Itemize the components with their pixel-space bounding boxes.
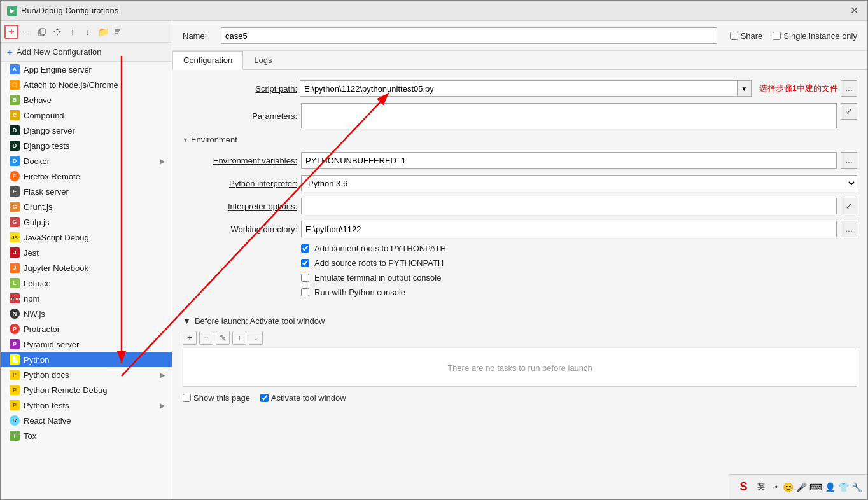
list-item-protractor[interactable]: P Protractor bbox=[1, 321, 172, 337]
list-item-django-tests[interactable]: D Django tests bbox=[1, 138, 172, 153]
script-browse-btn[interactable]: … bbox=[841, 80, 857, 97]
list-item-behave[interactable]: B Behave bbox=[1, 92, 172, 108]
list-item-compound[interactable]: C Compound bbox=[1, 108, 172, 123]
close-button[interactable]: ✕ bbox=[847, 4, 861, 18]
launch-up-btn[interactable]: ↑ bbox=[232, 331, 246, 345]
interpreter-options-input[interactable] bbox=[301, 198, 837, 214]
single-instance-checkbox[interactable] bbox=[773, 32, 781, 40]
tab-configuration[interactable]: Configuration bbox=[172, 51, 243, 70]
add-button[interactable]: + bbox=[4, 25, 18, 39]
list-item-grunt[interactable]: G Grunt.js bbox=[1, 199, 172, 214]
add-content-roots-checkbox[interactable] bbox=[301, 244, 309, 253]
python-icon: 🐍 bbox=[10, 354, 20, 365]
emulate-terminal-label[interactable]: Emulate terminal in output console bbox=[314, 273, 441, 282]
list-item-tox[interactable]: T Tox bbox=[1, 428, 172, 443]
left-panel: + − ↑ ↓ 📁 + Add New Configuration bbox=[1, 21, 172, 499]
taskbar-keyboard-icon[interactable]: ⌨ bbox=[809, 482, 822, 492]
add-content-roots-row: Add content roots to PYTHONPATH bbox=[301, 244, 857, 253]
list-item-python-remote-debug[interactable]: P Python Remote Debug bbox=[1, 382, 172, 398]
sort-button[interactable] bbox=[111, 25, 125, 39]
tab-logs[interactable]: Logs bbox=[243, 51, 283, 70]
emulate-terminal-checkbox[interactable] bbox=[301, 274, 309, 282]
list-item-lettuce[interactable]: L Lettuce bbox=[1, 275, 172, 291]
add-source-roots-label[interactable]: Add source roots to PYTHONPATH bbox=[314, 258, 444, 268]
script-input-wrap: ▼ bbox=[300, 80, 752, 97]
list-item-python[interactable]: 🐍 Python bbox=[1, 352, 172, 367]
working-dir-input[interactable] bbox=[301, 221, 837, 237]
python-interpreter-select[interactable]: Python 3.6 bbox=[301, 175, 857, 191]
working-dir-browse-btn[interactable]: … bbox=[841, 221, 857, 237]
interpreter-options-expand[interactable]: ⤢ bbox=[841, 198, 857, 214]
lettuce-icon: L bbox=[10, 278, 20, 288]
show-page-label[interactable]: Show this page bbox=[183, 393, 250, 403]
list-item-python-tests[interactable]: P Python tests ▶ bbox=[1, 398, 172, 413]
list-item-react-native[interactable]: R React Native bbox=[1, 413, 172, 428]
move-button[interactable] bbox=[50, 25, 64, 39]
list-item-django-server[interactable]: D Django server bbox=[1, 123, 172, 138]
taskbar-settings-icon[interactable]: 🔧 bbox=[851, 482, 862, 492]
taskbar-dot-icon[interactable]: ·• bbox=[770, 482, 780, 493]
interpreter-options-row: Interpreter options: ⤢ bbox=[183, 198, 857, 214]
launch-down-btn[interactable]: ↓ bbox=[249, 331, 263, 345]
run-python-console-label[interactable]: Run with Python console bbox=[314, 288, 405, 297]
single-instance-label[interactable]: Single instance only bbox=[773, 31, 857, 41]
run-python-console-checkbox[interactable] bbox=[301, 288, 309, 296]
taskbar-input-method-icon[interactable]: 英 bbox=[755, 480, 767, 494]
python-remote-debug-label: Python Remote Debug bbox=[24, 385, 108, 395]
python-interpreter-row: Python interpreter: Python 3.6 bbox=[183, 175, 857, 191]
script-path-input[interactable] bbox=[300, 80, 738, 97]
nwjs-icon: N bbox=[10, 309, 20, 319]
taskbar-emoji-icon[interactable]: 😊 bbox=[783, 482, 794, 492]
script-dropdown-btn[interactable]: ▼ bbox=[738, 80, 752, 97]
environment-section-header[interactable]: ▼ Environment bbox=[183, 135, 857, 144]
add-new-configuration[interactable]: + Add New Configuration bbox=[1, 43, 172, 62]
add-source-roots-checkbox[interactable] bbox=[301, 259, 309, 267]
list-item-docker[interactable]: D Docker ▶ bbox=[1, 153, 172, 169]
list-item-appengine[interactable]: A App Engine server bbox=[1, 62, 172, 77]
compound-label: Compound bbox=[24, 111, 64, 120]
before-launch-header[interactable]: ▼ Before launch: Activate tool window bbox=[183, 316, 857, 326]
launch-edit-btn[interactable]: ✎ bbox=[216, 331, 230, 345]
launch-remove-btn[interactable]: − bbox=[199, 331, 213, 345]
list-item-firefox[interactable]: F Firefox Remote bbox=[1, 169, 172, 184]
activate-tool-window-checkbox[interactable] bbox=[260, 394, 269, 402]
attach-icon: ⬡ bbox=[10, 80, 20, 90]
list-item-jest[interactable]: J Jest bbox=[1, 245, 172, 260]
folder-button[interactable]: 📁 bbox=[96, 25, 110, 39]
jest-icon: J bbox=[10, 247, 20, 258]
show-page-checkbox[interactable] bbox=[183, 394, 191, 402]
down-button[interactable]: ↓ bbox=[81, 25, 95, 39]
taskbar-mic-icon[interactable]: 🎤 bbox=[796, 482, 807, 492]
taskbar-person-icon[interactable]: 👤 bbox=[825, 482, 836, 492]
share-row: Share Single instance only bbox=[730, 31, 857, 41]
name-input[interactable] bbox=[221, 27, 717, 44]
list-item-attach[interactable]: ⬡ Attach to Node.js/Chrome bbox=[1, 77, 172, 92]
share-checkbox[interactable] bbox=[730, 32, 738, 40]
list-item-npm[interactable]: npm npm bbox=[1, 291, 172, 306]
list-item-jupyter[interactable]: J Jupyter Notebook bbox=[1, 260, 172, 275]
parameters-input[interactable] bbox=[301, 103, 837, 128]
list-item-python-docs[interactable]: P Python docs ▶ bbox=[1, 367, 172, 382]
list-item-gulp[interactable]: G Gulp.js bbox=[1, 214, 172, 230]
jsdebug-label: JavaScript Debug bbox=[24, 233, 89, 242]
launch-add-btn[interactable]: + bbox=[183, 331, 197, 345]
parameters-expand-btn[interactable]: ⤢ bbox=[841, 103, 857, 120]
env-vars-input[interactable] bbox=[301, 152, 837, 169]
django-tests-icon: D bbox=[10, 141, 20, 151]
copy-button[interactable] bbox=[35, 25, 49, 39]
up-button[interactable]: ↑ bbox=[66, 25, 80, 39]
activate-tool-window-label[interactable]: Activate tool window bbox=[260, 393, 346, 403]
taskbar-shirt-icon[interactable]: 👕 bbox=[838, 482, 849, 492]
add-content-roots-label[interactable]: Add content roots to PYTHONPATH bbox=[314, 244, 446, 253]
tabs-row: Configuration Logs bbox=[172, 51, 867, 70]
taskbar-sogou-icon[interactable]: S bbox=[734, 478, 752, 496]
env-vars-browse-btn[interactable]: … bbox=[841, 152, 857, 169]
remove-button[interactable]: − bbox=[20, 25, 34, 39]
list-item-pyramid[interactable]: P Pyramid server bbox=[1, 337, 172, 352]
list-item-flask[interactable]: F Flask server bbox=[1, 184, 172, 199]
list-item-nwjs[interactable]: N NW.js bbox=[1, 306, 172, 321]
python-tests-icon: P bbox=[10, 400, 20, 410]
list-item-jsdebug[interactable]: JS JavaScript Debug bbox=[1, 230, 172, 245]
share-checkbox-label[interactable]: Share bbox=[730, 31, 763, 41]
no-tasks-box: There are no tasks to run before launch bbox=[183, 349, 857, 387]
